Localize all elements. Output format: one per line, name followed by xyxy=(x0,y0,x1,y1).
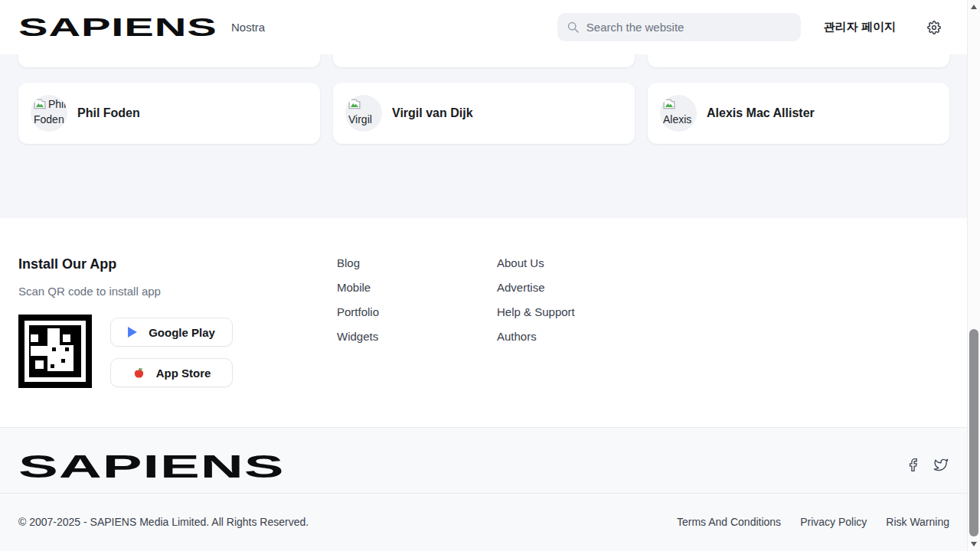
divider xyxy=(0,493,967,494)
footer-link-blog[interactable]: Blog xyxy=(337,257,379,269)
header-logo[interactable]: SAPIENS xyxy=(18,15,211,40)
footer-links-column-2: About Us Advertise Help & Support Author… xyxy=(497,257,575,355)
broken-image-icon xyxy=(34,99,46,109)
google-play-button[interactable]: Google Play xyxy=(110,318,233,347)
avatar-broken-image: Alexis Mac Allister xyxy=(660,95,697,132)
apple-icon xyxy=(132,367,145,380)
facebook-icon xyxy=(906,458,920,472)
terms-link[interactable]: Terms And Conditions xyxy=(677,516,781,528)
author-card-row: Phil Foden Phil Foden Virgil van Dijk Vi… xyxy=(18,83,949,144)
header: SAPIENS Nostra 관리자 페이지 xyxy=(0,0,967,54)
twitter-icon xyxy=(933,458,949,472)
install-app-title: Install Our App xyxy=(18,256,116,272)
header-logo-text: SAPIENS xyxy=(18,15,217,40)
vertical-scrollbar xyxy=(967,0,980,551)
app-store-label: App Store xyxy=(156,367,211,380)
privacy-policy-link[interactable]: Privacy Policy xyxy=(800,516,867,528)
admin-page-link[interactable]: 관리자 페이지 xyxy=(824,20,896,34)
google-play-icon xyxy=(128,327,138,337)
avatar-broken-image: Phil Foden xyxy=(31,95,67,132)
avatar-alt-text: Alexis Mac Allister xyxy=(663,113,695,132)
scrollbar-down-arrow[interactable] xyxy=(971,542,977,546)
page: SAPIENS Nostra 관리자 페이지 Phil Foden Phil F… xyxy=(0,0,980,551)
footer-bottom-bar: SAPIENS © 2007-2025 - SAPIENS Media Limi… xyxy=(0,427,967,551)
avatar-broken-image: Virgil van Dijk xyxy=(345,95,382,132)
footer: Install Our App Scan QR code to install … xyxy=(0,218,967,427)
footer-links-column-1: Blog Mobile Portfolio Widgets xyxy=(337,257,379,355)
search-input[interactable] xyxy=(586,21,792,34)
footer-link-help-support[interactable]: Help & Support xyxy=(497,306,575,318)
scrollbar-up-arrow[interactable] xyxy=(971,5,977,9)
copyright-text: © 2007-2025 - SAPIENS Media Limited. All… xyxy=(18,516,309,528)
scrollbar-thumb[interactable] xyxy=(969,329,978,536)
site-name: Nostra xyxy=(231,21,265,34)
legal-links: Terms And Conditions Privacy Policy Risk… xyxy=(677,516,949,528)
broken-image-icon xyxy=(663,99,675,109)
author-name: Alexis Mac Allister xyxy=(707,106,815,120)
footer-link-advertise[interactable]: Advertise xyxy=(497,282,575,293)
author-card-alexis-mac-allister[interactable]: Alexis Mac Allister Alexis Mac Allister xyxy=(648,83,949,144)
settings-button[interactable] xyxy=(926,20,942,35)
qr-code-image xyxy=(18,315,92,388)
install-app-subtitle: Scan QR code to install app xyxy=(18,285,161,298)
risk-warning-link[interactable]: Risk Warning xyxy=(886,516,949,528)
google-play-label: Google Play xyxy=(149,326,215,339)
author-card-phil-foden[interactable]: Phil Foden Phil Foden xyxy=(18,83,320,144)
gear-icon xyxy=(927,21,941,34)
footer-link-authors[interactable]: Authors xyxy=(497,331,575,342)
store-buttons: Google Play App Store xyxy=(110,318,233,387)
broken-image-icon xyxy=(348,99,361,109)
social-links xyxy=(905,458,949,473)
search-icon xyxy=(567,21,580,34)
footer-link-about-us[interactable]: About Us xyxy=(497,257,575,269)
author-card-virgil-van-dijk[interactable]: Virgil van Dijk Virgil van Dijk xyxy=(333,83,635,144)
avatar-alt-text: Virgil van Dijk xyxy=(348,113,372,132)
footer-link-mobile[interactable]: Mobile xyxy=(337,282,379,293)
author-name: Phil Foden xyxy=(77,106,140,120)
footer-logo-text: SAPIENS xyxy=(18,451,285,483)
facebook-button[interactable] xyxy=(905,458,920,473)
twitter-button[interactable] xyxy=(933,458,949,473)
app-store-button[interactable]: App Store xyxy=(110,358,233,387)
author-name: Virgil van Dijk xyxy=(392,106,473,120)
search-box[interactable] xyxy=(557,13,801,41)
footer-link-widgets[interactable]: Widgets xyxy=(337,331,379,342)
footer-link-portfolio[interactable]: Portfolio xyxy=(337,306,379,318)
footer-logo[interactable]: SAPIENS xyxy=(18,451,279,483)
